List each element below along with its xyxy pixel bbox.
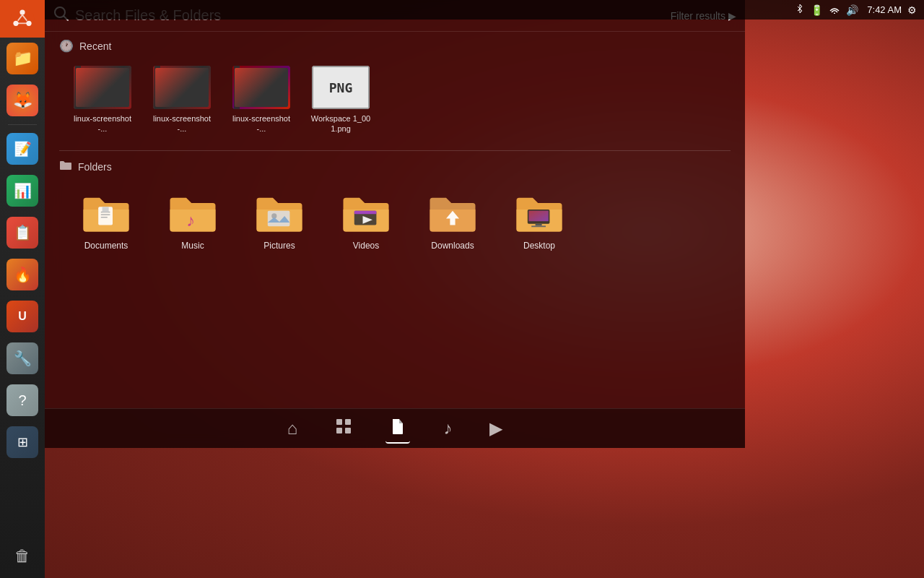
dash-nav-files[interactable] <box>385 413 410 444</box>
launcher-grid-icon[interactable]: ⊞ <box>4 423 41 461</box>
recent-file-item[interactable]: PNG Workspace 1_001.png <box>305 61 377 139</box>
file-thumbnail <box>74 66 131 109</box>
svg-rect-26 <box>531 225 546 227</box>
folder-icon-pictures <box>250 187 308 238</box>
launcher-calc-icon[interactable]: 📊 <box>4 172 41 210</box>
folder-section-icon <box>59 160 72 174</box>
volume-icon[interactable]: 🔊 <box>846 4 858 16</box>
launcher-writer-icon[interactable]: 📝 <box>4 130 41 168</box>
file-name: linux-screenshot-... <box>71 113 134 134</box>
topbar-icons: 🔋 🔊 7:42 AM ⚙ <box>795 4 917 16</box>
svg-rect-14 <box>103 207 109 212</box>
dash-nav-video[interactable]: ▶ <box>485 414 507 443</box>
file-name: Workspace 1_001.png <box>309 113 372 134</box>
launcher-trash-icon[interactable]: 🗑 <box>4 538 41 575</box>
recent-label: Recent <box>79 40 111 52</box>
unity-dash: Filter results ▶ 🕐 Recent linu <box>45 0 745 448</box>
svg-point-3 <box>13 21 18 26</box>
launcher-help-icon[interactable]: ? <box>4 381 41 419</box>
folders-label: Folders <box>78 161 112 173</box>
folder-icon-desktop <box>510 187 568 238</box>
dash-content: 🕐 Recent linux-screenshot-... <box>45 32 745 408</box>
network-icon[interactable] <box>829 4 840 16</box>
svg-rect-25 <box>536 223 542 225</box>
launcher-ubuntu-one-icon[interactable]: U <box>4 298 41 335</box>
dash-nav-bar: ⌂ ♪ ▶ <box>45 408 745 448</box>
folder-item-pictures[interactable]: Pictures <box>240 183 319 255</box>
folder-icon-music: ♪ <box>164 187 222 238</box>
file-thumbnail <box>153 66 211 109</box>
launcher-firefox-icon[interactable]: 🦊 <box>4 82 41 119</box>
folder-icon-documents <box>77 187 135 238</box>
launcher-impress-icon[interactable]: 📋 <box>4 214 41 251</box>
ubuntu-button[interactable] <box>0 0 45 38</box>
folders-section-header: Folders <box>59 160 731 174</box>
svg-rect-28 <box>345 419 351 425</box>
dash-nav-music[interactable]: ♪ <box>439 414 456 443</box>
launcher-app1-icon[interactable]: 🔥 <box>4 256 41 293</box>
svg-rect-24 <box>529 210 549 220</box>
folder-item-documents[interactable]: Documents <box>66 183 146 255</box>
svg-rect-29 <box>336 428 342 434</box>
folder-name: Videos <box>353 241 379 251</box>
dash-nav-home[interactable]: ⌂ <box>283 414 302 443</box>
clock-icon: 🕐 <box>59 39 74 53</box>
svg-text:♪: ♪ <box>186 211 195 230</box>
folder-item-desktop[interactable]: Desktop <box>500 183 579 255</box>
bluetooth-icon[interactable] <box>795 4 805 16</box>
recent-file-item[interactable]: linux-screenshot-... <box>146 61 218 139</box>
folder-item-music[interactable]: ♪ Music <box>153 183 232 255</box>
recent-files-grid: linux-screenshot-... linux-screenshot-..… <box>66 61 731 139</box>
file-name: linux-screenshot-... <box>230 113 293 134</box>
folder-name: Music <box>181 241 204 251</box>
folder-icon-downloads <box>424 187 481 238</box>
folder-name: Desktop <box>523 241 555 251</box>
file-thumbnail: PNG <box>312 66 370 109</box>
svg-point-0 <box>834 13 835 14</box>
folder-item-downloads[interactable]: Downloads <box>413 183 492 255</box>
folder-name: Downloads <box>431 241 474 251</box>
section-divider <box>59 150 731 151</box>
recent-section-header: 🕐 Recent <box>59 39 731 53</box>
topbar: 🔋 🔊 7:42 AM ⚙ <box>45 0 924 20</box>
folder-name: Documents <box>84 241 128 251</box>
settings-icon[interactable]: ⚙ <box>907 4 917 16</box>
svg-point-2 <box>19 9 25 14</box>
folder-item-videos[interactable]: Videos <box>326 183 406 255</box>
svg-rect-27 <box>336 419 342 425</box>
recent-file-item[interactable]: linux-screenshot-... <box>66 61 139 139</box>
folder-icon-videos <box>337 187 395 238</box>
svg-rect-19 <box>354 210 377 214</box>
svg-rect-30 <box>345 428 351 434</box>
battery-icon[interactable]: 🔋 <box>811 4 823 16</box>
launcher-synaptic-icon[interactable]: 🔧 <box>4 340 41 377</box>
dash-nav-apps[interactable] <box>331 413 357 444</box>
folders-grid: Documents ♪ Music <box>66 183 731 255</box>
file-thumbnail <box>232 66 290 109</box>
clock: 7:42 AM <box>867 4 902 15</box>
launcher-files-icon[interactable]: 📁 <box>4 40 41 77</box>
recent-file-item[interactable]: linux-screenshot-... <box>225 61 297 139</box>
launcher-separator-1 <box>8 124 37 125</box>
unity-launcher: 📁 🦊 📝 📊 📋 🔥 U 🔧 ? ⊞ 🗑 <box>0 0 45 578</box>
folder-name: Pictures <box>263 241 295 251</box>
svg-point-4 <box>26 21 31 26</box>
file-name: linux-screenshot-... <box>150 113 214 134</box>
